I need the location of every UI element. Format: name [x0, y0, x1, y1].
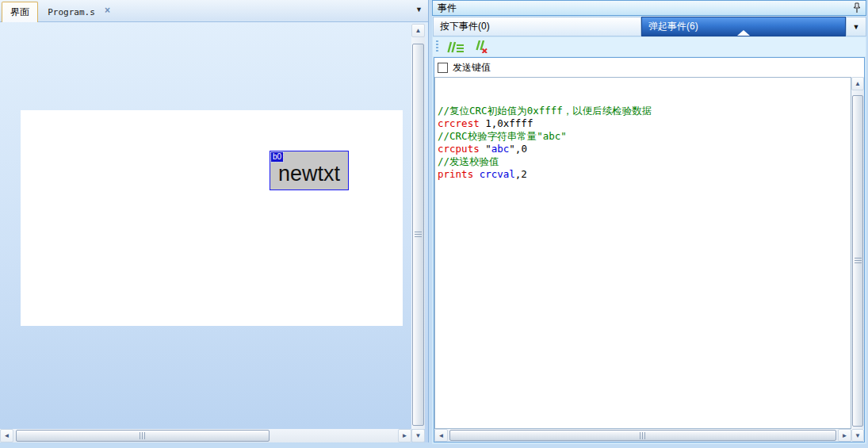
- scroll-right-button[interactable]: ►: [398, 429, 411, 442]
- tab-press-event-label: 按下事件(0): [440, 20, 490, 33]
- scroll-left-button[interactable]: ◄: [434, 429, 448, 442]
- code-line: crcrest 1,0xffff: [438, 117, 848, 130]
- event-panel: 事件 按下事件(0) 弹起事件(6) ▼: [432, 0, 866, 444]
- thumb-grip: [640, 432, 646, 439]
- scroll-thumb[interactable]: [449, 430, 836, 441]
- event-tabbar: 按下事件(0) 弹起事件(6) ▼: [432, 17, 866, 36]
- control-text: newtxt: [270, 158, 348, 190]
- scroll-track[interactable]: [13, 429, 398, 442]
- scroll-right-button[interactable]: ►: [838, 429, 851, 442]
- tab-program-s[interactable]: Program.s: [40, 2, 103, 22]
- scroll-thumb[interactable]: [16, 430, 270, 442]
- code-vertical-scrollbar[interactable]: ▲: [851, 77, 864, 429]
- tab-list-dropdown-icon[interactable]: ▼: [415, 6, 423, 13]
- tab-interface-label: 界面: [10, 6, 29, 19]
- comment-lines-icon[interactable]: [446, 41, 465, 53]
- uncomment-icon[interactable]: [472, 40, 488, 53]
- page-canvas[interactable]: b0 newtxt: [21, 110, 403, 326]
- tab-press-event[interactable]: 按下事件(0): [433, 17, 641, 36]
- event-panel-title: 事件: [438, 2, 457, 15]
- code-line: //CRC校验字符串常量"abc": [438, 130, 848, 143]
- toolbar-drag-handle[interactable]: [436, 40, 438, 53]
- event-tab-dropdown[interactable]: ▼: [846, 17, 866, 36]
- scroll-left-icon: ◄: [4, 432, 10, 439]
- scroll-left-icon: ◄: [438, 432, 445, 439]
- scroll-left-button[interactable]: ◄: [0, 429, 13, 442]
- scroll-up-button[interactable]: ▲: [851, 77, 864, 90]
- thumb-grip: [855, 258, 862, 264]
- scroll-right-icon: ►: [402, 432, 408, 439]
- scroll-thumb[interactable]: [852, 95, 863, 427]
- code-line: prints crcval,2: [438, 168, 848, 181]
- scroll-track[interactable]: [411, 37, 425, 429]
- tab-release-event-label: 弹起事件(6): [648, 20, 698, 33]
- code-lines: //复位CRC初始值为0xffff，以便后续检验数据crcrest 1,0xff…: [438, 105, 848, 181]
- scroll-thumb[interactable]: [412, 44, 424, 426]
- document-tabbar: 界面 Program.s × ▼: [0, 0, 428, 22]
- scroll-down-button[interactable]: ▼: [411, 429, 425, 442]
- design-horizontal-scrollbar[interactable]: ◄ ►: [0, 429, 411, 442]
- event-panel-titlebar: 事件: [432, 0, 866, 16]
- tab-program-s-label: Program.s: [48, 7, 95, 17]
- send-key-checkbox[interactable]: [438, 63, 448, 73]
- send-key-row: 发送键值: [438, 60, 491, 75]
- code-line: //复位CRC初始值为0xffff，以便后续检验数据: [438, 105, 848, 117]
- scroll-up-icon: ▲: [415, 27, 422, 34]
- scroll-track[interactable]: [448, 429, 838, 442]
- thumb-grip: [140, 432, 146, 439]
- design-panel: 界面 Program.s × ▼ b0 newtxt ▲: [0, 0, 429, 442]
- close-tab-icon[interactable]: ×: [105, 5, 110, 16]
- code-line: //发送校验值: [438, 155, 848, 168]
- hmi-editor-window: 界面 Program.s × ▼ b0 newtxt ▲: [0, 0, 868, 448]
- tab-release-event[interactable]: 弹起事件(6): [641, 17, 846, 36]
- design-vertical-scrollbar[interactable]: ▲: [411, 24, 425, 429]
- scroll-down-icon: ▼: [855, 432, 861, 439]
- code-horizontal-scrollbar[interactable]: ◄ ►: [434, 429, 851, 442]
- button-control-b0[interactable]: b0 newtxt: [270, 151, 349, 190]
- thumb-grip: [415, 232, 422, 238]
- dropdown-icon: ▼: [853, 23, 860, 31]
- send-key-label: 发送键值: [453, 61, 491, 75]
- pin-icon[interactable]: [853, 2, 861, 13]
- scroll-up-button[interactable]: ▲: [411, 24, 425, 37]
- event-content: 发送键值 //复位CRC初始值为0xffff，以便后续检验数据crcrest 1…: [434, 57, 865, 442]
- scroll-track[interactable]: [851, 90, 864, 429]
- scroll-right-icon: ►: [842, 432, 848, 439]
- code-line: crcputs "abc",0: [438, 143, 848, 155]
- design-area[interactable]: b0 newtxt: [0, 22, 411, 429]
- scroll-down-button[interactable]: ▼: [851, 429, 864, 442]
- event-toolbar: [433, 37, 866, 56]
- code-editor[interactable]: //复位CRC初始值为0xffff，以便后续检验数据crcrest 1,0xff…: [434, 77, 851, 429]
- tab-interface[interactable]: 界面: [2, 2, 38, 22]
- scroll-up-icon: ▲: [855, 80, 861, 87]
- scroll-down-icon: ▼: [415, 432, 422, 439]
